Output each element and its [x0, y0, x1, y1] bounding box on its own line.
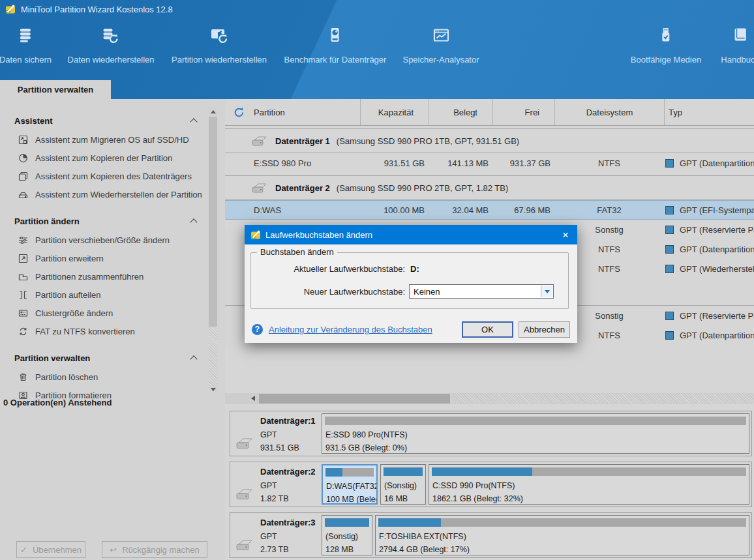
ok-button[interactable]: OK — [462, 321, 513, 338]
sidebar-item-convert-fat-ntfs[interactable]: FAT zu NTFS konvertieren — [0, 322, 225, 340]
apply-button[interactable]: ✓ Übernehmen — [16, 541, 85, 558]
change-letter-groupbox: Buchstaben ändern Aktueller Laufwerkbuch… — [250, 252, 569, 309]
horizontal-scrollbar[interactable] — [225, 393, 754, 404]
manual-icon — [721, 26, 754, 48]
partition-type-icon — [665, 159, 674, 168]
sidebar-item-label: Partition aufteilen — [35, 290, 100, 300]
refresh-icon[interactable] — [233, 106, 245, 119]
sidebar-scrollbar[interactable] — [209, 108, 217, 393]
extend-partition-icon — [18, 253, 28, 263]
sidebar-item-move-resize[interactable]: Partition verschieben/Größe ändern — [0, 231, 225, 249]
section-assistent[interactable]: Assistent — [0, 111, 225, 130]
delete-partition-icon — [18, 372, 28, 382]
scroll-left-arrow[interactable] — [251, 396, 255, 401]
dialog-title: Laufwerkbuchstaben ändern — [265, 230, 372, 240]
backup-icon — [0, 26, 52, 48]
chevron-up-icon — [190, 355, 197, 362]
scroll-down-arrow[interactable] — [209, 385, 217, 393]
disk-icon — [252, 136, 269, 147]
usage-bar — [325, 468, 374, 477]
dialog-icon — [250, 229, 261, 240]
toolbar-item-label: Bootfähige Medien — [631, 55, 701, 65]
close-icon[interactable]: × — [560, 229, 571, 241]
sidebar-item-split-partition[interactable]: Partition aufteilen — [0, 286, 225, 304]
col-typ[interactable]: Typ — [664, 99, 754, 125]
section-partition-verwalten[interactable]: Partition verwalten — [0, 348, 225, 368]
toolbar-item-label: Daten wiederherstellen — [68, 55, 155, 65]
partition-type-icon — [665, 312, 674, 320]
diskmap-partition[interactable]: (Sonstig) 128 MB — [322, 515, 372, 555]
diskmap-partition[interactable]: C:SSD 990 Pro(NTFS) 1862.1 GB (Belegt: 3… — [429, 464, 749, 505]
scroll-up-arrow[interactable] — [209, 108, 217, 115]
copy-disk-icon — [18, 171, 28, 181]
change-drive-letter-dialog: Laufwerkbuchstaben ändern × Buchstaben ä… — [245, 225, 577, 343]
sidebar-item-label: FAT zu NTFS konvertieren — [35, 327, 135, 336]
toolbar-item-space-analyzer[interactable]: Speicher-Analysator — [402, 26, 479, 65]
toolbar-item-disk-benchmark[interactable]: Benchmark für Datenträger — [284, 26, 387, 65]
undo-button[interactable]: ↩ Rückgängig machen — [102, 541, 207, 558]
titlebar: MiniTool Partition Wizard Kostenlos 12.8 — [0, 0, 173, 18]
help-link[interactable]: Anleitung zur Veränderung des Buchstaben — [269, 325, 432, 334]
diskmap-disk-2: Datenträger:2 GPT 1.82 TB D:WAS(FAT32) 1… — [230, 462, 752, 507]
toolbar-item-label: Benchmark für Datenträger — [284, 55, 387, 65]
diskmap-partition[interactable]: F:TOSHIBA EXT(NTFS) 2794.4 GB (Belegt: 1… — [375, 515, 749, 555]
col-kapazitaet[interactable]: Kapazität — [360, 99, 429, 125]
toolbar-item-bootable-media[interactable]: Bootfähige Medien — [631, 26, 701, 65]
cancel-button[interactable]: Abbrechen — [519, 321, 570, 338]
disk-label: Datenträger:3 GPT 2.73 TB — [230, 513, 322, 557]
chevron-up-icon — [190, 218, 197, 226]
toolbar-item-backup[interactable]: Daten sichern — [0, 26, 52, 65]
tab-partition-verwalten[interactable]: Partition verwalten — [0, 80, 111, 99]
diskmap-partition[interactable]: (Sonstig) 16 MB — [380, 464, 426, 505]
sidebar-item-extend-partition[interactable]: Partition erweitern — [0, 249, 225, 267]
data-recovery-icon — [68, 26, 155, 48]
sidebar: Assistent Assistent zum Migrieren OS auf… — [0, 99, 225, 560]
table-row-selected[interactable]: D:WAS 100.00 MB 32.04 MB 67.96 MB FAT32 … — [225, 200, 754, 220]
sidebar-item-copy-partition[interactable]: Assistent zum Kopieren der Partition — [0, 149, 225, 167]
tab-label: Partition verwalten — [18, 85, 93, 95]
sidebar-item-label: Partition erweitern — [35, 254, 104, 263]
app-icon — [5, 4, 16, 14]
diskmap-partition[interactable]: E:SSD 980 Pro(NTFS) 931.5 GB (Belegt: 0%… — [322, 413, 749, 454]
space-analyzer-icon — [402, 26, 479, 48]
partition-type-icon — [665, 331, 674, 340]
col-partition[interactable]: Partition — [225, 99, 360, 125]
new-letter-select[interactable]: Keinen — [409, 284, 554, 299]
horizontal-scrollbar-thumb[interactable] — [259, 394, 450, 404]
dialog-titlebar[interactable]: Laufwerkbuchstaben ändern × — [245, 225, 577, 244]
new-letter-label: Neuer Laufwerkbuchstabe: — [251, 287, 405, 297]
col-frei[interactable]: Frei — [492, 99, 554, 125]
sidebar-item-label: Assistent zum Kopieren der Partition — [35, 153, 172, 163]
usage-bar — [432, 467, 746, 476]
groupbox-legend: Buchstaben ändern — [257, 247, 337, 257]
sidebar-scrollbar-thumb[interactable] — [209, 117, 217, 327]
partition-recovery-icon — [172, 26, 267, 48]
toolbar-item-manual[interactable]: Handbuch — [721, 26, 754, 65]
check-icon: ✓ — [20, 545, 27, 555]
diskmap-partition-selected[interactable]: D:WAS(FAT32) 100 MB (Belegt: 32%) — [322, 464, 378, 505]
section-partition-aendern[interactable]: Partition ändern — [0, 211, 225, 231]
table-row[interactable]: E:SSD 980 Pro 931.51 GB 141.13 MB 931.37… — [225, 153, 754, 173]
sidebar-item-merge-partitions[interactable]: Partitionen zusammenführen — [0, 267, 225, 286]
toolbar-item-label: Speicher-Analysator — [402, 55, 479, 65]
col-dateisystem[interactable]: Dateisystem — [554, 99, 664, 125]
toolbar-item-partition-recovery[interactable]: Partition wiederherstellen — [172, 26, 267, 65]
pending-operations: 0 Operation(en) Anstehend — [3, 398, 112, 407]
sidebar-item-migrate-os[interactable]: Assistent zum Migrieren OS auf SSD/HD — [0, 130, 225, 149]
undo-label: Rückgängig machen — [122, 545, 200, 555]
bootable-media-icon — [631, 26, 701, 48]
sidebar-item-delete-partition[interactable]: Partition löschen — [0, 368, 225, 386]
disk-group-row[interactable]: Datenträger 2 (Samsung SSD 990 PRO 2TB, … — [225, 175, 754, 200]
horizontal-scrollbar-track[interactable] — [450, 394, 754, 404]
convert-fat-ntfs-icon — [18, 326, 28, 336]
disk-group-row[interactable]: Datenträger 1 (Samsung SSD 980 PRO 1TB, … — [225, 128, 754, 153]
dropdown-button[interactable] — [541, 286, 552, 297]
sidebar-item-label: Partition löschen — [35, 372, 98, 382]
sidebar-item-restore-partition[interactable]: Assistent zum Wiederherstellen der Parti… — [0, 185, 225, 203]
help-icon[interactable]: ? — [252, 324, 263, 335]
sidebar-item-copy-disk[interactable]: Assistent zum Kopieren des Datenträgers — [0, 167, 225, 185]
col-belegt[interactable]: Belegt — [429, 99, 492, 125]
toolbar-item-data-recovery[interactable]: Daten wiederherstellen — [68, 26, 155, 65]
usage-bar — [378, 518, 746, 527]
sidebar-item-change-cluster-size[interactable]: Clustergröße ändern — [0, 304, 225, 322]
